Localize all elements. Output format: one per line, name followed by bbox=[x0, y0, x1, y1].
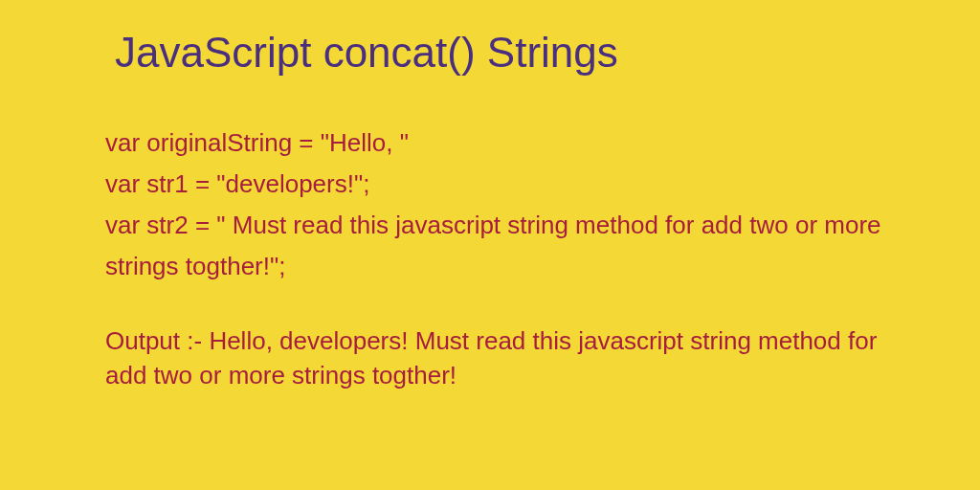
code-line-2: var str1 = "developers!"; bbox=[105, 164, 903, 205]
code-block: var originalString = "Hello, " var str1 … bbox=[105, 122, 903, 287]
code-line-3: var str2 = " Must read this javascript s… bbox=[105, 205, 903, 287]
page-title: JavaScript concat() Strings bbox=[115, 29, 903, 77]
output-text: Output :- Hello, developers! Must read t… bbox=[105, 323, 903, 393]
code-line-1: var originalString = "Hello, " bbox=[105, 122, 903, 164]
